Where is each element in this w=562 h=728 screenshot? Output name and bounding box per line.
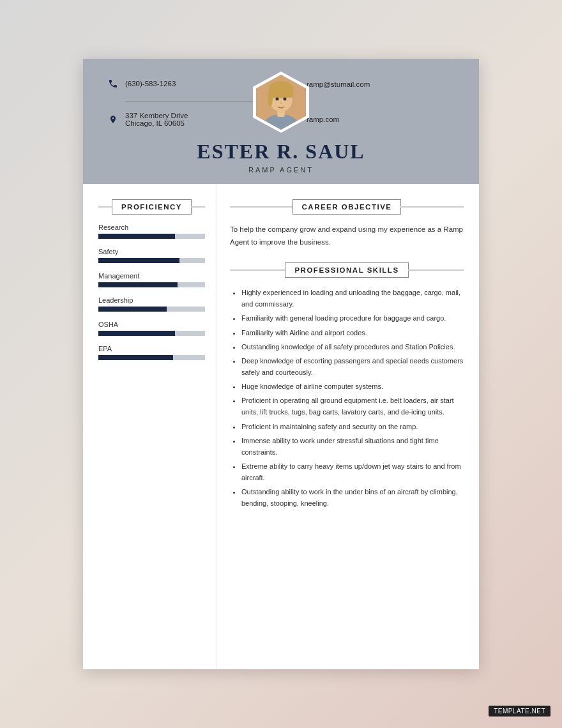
left-column: PROFICIENCY Research Safety Management L…	[83, 184, 217, 669]
skill-item: Research	[98, 224, 205, 239]
list-item: Outstanding knowledge of all safety proc…	[241, 341, 464, 353]
skill-name: OSHA	[98, 321, 205, 328]
contact-left: (630)-583-1263 337 Kembery Drive Chicago…	[106, 77, 275, 127]
resume-body: PROFICIENCY Research Safety Management L…	[83, 184, 479, 669]
prof-line-left	[230, 269, 285, 271]
career-line-left	[230, 206, 293, 208]
full-name: ESTER R. SAUL	[83, 140, 479, 163]
skill-bar-fill	[98, 355, 173, 360]
skill-name: Management	[98, 272, 205, 280]
phone-text: (630)-583-1263	[125, 80, 176, 87]
prof-line-right	[408, 269, 464, 271]
list-item: Proficient in maintaining safety and sec…	[241, 421, 464, 432]
proficiency-label: PROFICIENCY	[112, 199, 192, 215]
resume-document: (630)-583-1263 337 Kembery Drive Chicago…	[83, 59, 479, 669]
phone-item: (630)-583-1263	[106, 77, 275, 91]
skill-name: Research	[98, 224, 205, 231]
skill-bar-fill	[98, 234, 175, 239]
skill-item: OSHA	[98, 321, 205, 336]
svg-point-9	[280, 102, 282, 104]
list-item: Deep knowledge of escorting passengers a…	[241, 355, 464, 378]
location-icon	[106, 112, 120, 126]
skill-bar-fill	[98, 331, 175, 336]
svg-point-7	[276, 98, 279, 101]
skill-bar-bg	[98, 282, 205, 287]
svg-rect-6	[269, 89, 293, 98]
phone-icon	[106, 77, 120, 91]
name-section: ESTER R. SAUL RAMP AGENT	[83, 133, 479, 184]
address-text: 337 Kembery Drive Chicago, IL 60605	[125, 112, 188, 127]
objective-text: To help the company grow and expand usin…	[230, 224, 464, 248]
list-item: Proficient in operating all ground equip…	[241, 395, 464, 418]
skill-item: Safety	[98, 248, 205, 263]
header-line-left	[98, 206, 112, 208]
skill-name: Leadership	[98, 296, 205, 304]
list-item: Huge knowledge of airline computer syste…	[241, 381, 464, 392]
professional-skills-label: PROFESSIONAL SKILLS	[285, 262, 408, 278]
resume-header: (630)-583-1263 337 Kembery Drive Chicago…	[83, 59, 479, 184]
job-title: RAMP AGENT	[83, 166, 479, 174]
profile-photo-container	[252, 70, 310, 134]
skill-item: Management	[98, 272, 205, 287]
list-item: Highly experienced in loading and unload…	[241, 287, 464, 310]
skill-item: EPA	[98, 345, 205, 360]
proficiency-header: PROFICIENCY	[98, 199, 205, 215]
skill-item: Leadership	[98, 296, 205, 312]
list-item: Outstanding ability to work in the under…	[241, 486, 464, 509]
hexagon	[252, 70, 310, 134]
list-item: Immense ability to work under stressful …	[241, 435, 464, 458]
address-item: 337 Kembery Drive Chicago, IL 60605	[106, 112, 275, 127]
website-text: ramp.com	[307, 116, 339, 123]
list-item: Extreme ability to carry heavy items up/…	[241, 460, 464, 483]
skill-bar-bg	[98, 355, 205, 360]
skill-bar-bg	[98, 234, 205, 239]
svg-point-8	[284, 98, 287, 101]
right-column: CAREER OBJECTIVE To help the company gro…	[217, 184, 479, 669]
professional-skills-list: Highly experienced in loading and unload…	[230, 287, 464, 509]
list-item: Familiarity with Airline and airport cod…	[241, 327, 464, 338]
skill-name: Safety	[98, 248, 205, 255]
professional-skills-header: PROFESSIONAL SKILLS	[230, 262, 464, 278]
skill-bar-bg	[98, 307, 205, 312]
skills-list: Research Safety Management Leadership OS…	[98, 224, 205, 360]
skill-bar-bg	[98, 331, 205, 336]
skill-bar-fill	[98, 282, 178, 287]
watermark: TEMPLATE.NET	[489, 706, 551, 717]
email-text: ramp@stumail.com	[307, 80, 370, 88]
skill-bar-bg	[98, 258, 205, 263]
career-objective-header: CAREER OBJECTIVE	[230, 199, 464, 215]
skill-name: EPA	[98, 345, 205, 353]
skill-bar-fill	[98, 258, 179, 263]
career-objective-label: CAREER OBJECTIVE	[292, 199, 402, 215]
skill-bar-fill	[98, 307, 167, 312]
header-line-right	[191, 206, 205, 208]
list-item: Familiarity with general loading procedu…	[241, 312, 464, 324]
career-line-right	[400, 206, 464, 208]
